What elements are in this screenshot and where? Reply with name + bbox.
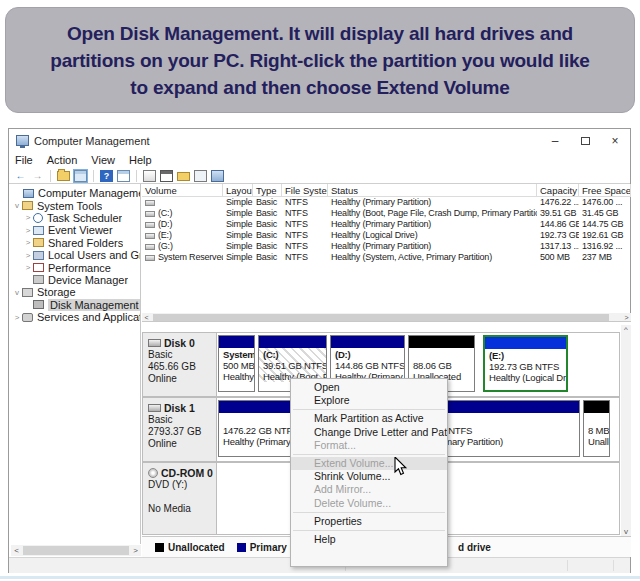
window-icon[interactable] — [117, 170, 130, 182]
partition-size: 144.86 GB NTFS — [335, 360, 404, 371]
tree-item-computer-management[interactable]: Computer Management (Local — [9, 187, 140, 199]
expander-icon[interactable]: > — [23, 226, 33, 235]
unallocated-bar — [584, 401, 609, 413]
scroll-down-icon[interactable]: v — [621, 527, 631, 536]
window-title: Computer Management — [34, 135, 150, 147]
menu-item-explore[interactable]: Explore — [291, 394, 447, 407]
partition-e[interactable]: (E:) 192.73 GB NTFS Healthy (Logical Dri… — [483, 335, 568, 392]
volume-row[interactable]: (G:) Simple Basic NTFS Healthy (Primary … — [142, 241, 631, 252]
volume-row[interactable]: Simple Basic NTFS Healthy (Primary Parti… — [142, 197, 631, 208]
volume-row[interactable]: (D:) Simple Basic NTFS Healthy (Primary … — [142, 219, 631, 230]
scroll-left-icon[interactable]: < — [142, 314, 151, 321]
volume-icon — [145, 244, 155, 250]
status-separator — [613, 560, 614, 571]
tree-item-task-scheduler[interactable]: > Task Scheduler — [9, 212, 140, 224]
mouse-cursor — [394, 457, 409, 481]
minimize-button[interactable]: – — [540, 129, 570, 152]
volume-row[interactable]: System Reserved Simple Basic NTFS Health… — [142, 252, 631, 263]
menu-view[interactable]: View — [91, 154, 115, 166]
disk0-label[interactable]: Disk 0 Basic 465.66 GB Online — [143, 333, 217, 396]
column-type[interactable]: Type — [253, 184, 282, 197]
expander-icon[interactable]: > — [23, 263, 33, 272]
volume-status: Healthy (Primary Partition) — [328, 219, 537, 230]
disk-status: Online — [148, 373, 216, 385]
menu-item-change-drive-letter[interactable]: Change Drive Letter and Paths... — [291, 426, 447, 439]
partition-name — [413, 349, 474, 360]
toolbar-separator — [136, 170, 137, 182]
show-console-tree-icon[interactable] — [74, 170, 87, 182]
column-free-space[interactable]: Free Space — [579, 184, 631, 197]
refresh-icon[interactable] — [143, 170, 156, 182]
cdrom-label[interactable]: CD-ROM 0 DVD (Y:) No Media — [143, 463, 217, 534]
menu-item-shrink-volume[interactable]: Shrink Volume... — [291, 470, 447, 483]
scroll-up-icon[interactable]: ^ — [621, 325, 631, 334]
menu-item-properties[interactable]: Properties — [291, 515, 447, 528]
find-icon[interactable] — [194, 170, 207, 182]
forward-icon[interactable]: → — [31, 170, 44, 182]
tree-item-performance[interactable]: > Performance — [9, 261, 140, 273]
menu-item-help[interactable]: Help — [291, 533, 447, 546]
disk-icon — [148, 339, 161, 347]
column-capacity[interactable]: Capacity — [537, 184, 579, 197]
scrollbar-thumb[interactable] — [23, 546, 129, 555]
expander-icon[interactable]: > — [23, 251, 33, 260]
volume-row[interactable]: (C:) Simple Basic NTFS Healthy (Boot, Pa… — [142, 208, 631, 219]
menu-action[interactable]: Action — [47, 154, 78, 166]
tree-horizontal-scrollbar[interactable]: < > — [11, 545, 141, 556]
expander-icon[interactable]: v — [12, 288, 22, 297]
partition-system-reserved[interactable]: System 500 MB NTFS Healthy — [218, 335, 255, 392]
up-one-level-icon[interactable] — [57, 171, 70, 181]
column-layout[interactable]: Layout — [223, 184, 253, 197]
menu-item-open[interactable]: Open — [291, 381, 447, 394]
scroll-right-icon[interactable]: > — [622, 314, 631, 321]
menu-item-mark-partition-as-active[interactable]: Mark Partition as Active — [291, 412, 447, 425]
menu-file[interactable]: File — [15, 154, 33, 166]
volume-capacity: 1476.22 ... — [537, 197, 579, 208]
disk1-label[interactable]: Disk 1 Basic 2793.37 GB Online — [143, 398, 217, 461]
volume-list: Volume Layout Type File System Status Ca… — [142, 184, 631, 263]
unallocated-space-8mb[interactable]: 8 MB Unallocated — [583, 400, 610, 457]
vertical-scrollbar[interactable]: ^ v — [621, 325, 631, 536]
tree-item-disk-management[interactable]: Disk Management — [9, 299, 140, 311]
expander-icon[interactable]: > — [23, 238, 33, 247]
volume-capacity: 39.51 GB — [537, 208, 579, 219]
tree-item-shared-folders[interactable]: > Shared Folders — [9, 237, 140, 249]
volume-status: Healthy (Primary Partition) — [328, 241, 537, 252]
help-icon[interactable]: ? — [100, 170, 113, 182]
volume-free: 31.45 GB — [579, 208, 631, 219]
computer-icon[interactable] — [211, 170, 224, 182]
tree-item-services-and-applications[interactable]: > Services and Applications — [9, 311, 140, 323]
disk-status: Online — [148, 438, 216, 450]
expander-icon[interactable]: > — [23, 213, 33, 222]
console-icon[interactable] — [160, 170, 173, 182]
volume-status: Healthy (System, Active, Primary Partiti… — [328, 252, 537, 263]
scroll-left-icon[interactable]: < — [11, 546, 22, 555]
tree-item-device-manager[interactable]: Device Manager — [9, 274, 140, 286]
tree-item-storage[interactable]: v Storage — [9, 286, 140, 298]
expander-icon[interactable]: v — [12, 201, 22, 210]
computer-management-window: Computer Management – × File Action View… — [8, 128, 631, 573]
tree-item-system-tools[interactable]: v System Tools — [9, 199, 140, 211]
column-file-system[interactable]: File System — [282, 184, 328, 197]
open-folder-icon[interactable] — [177, 172, 190, 181]
title-bar[interactable]: Computer Management – × — [9, 129, 630, 152]
scroll-right-icon[interactable]: > — [130, 546, 141, 555]
tree-item-local-users-and-groups[interactable]: > Local Users and Groups — [9, 249, 140, 261]
disk-name: Disk 0 — [164, 337, 195, 349]
tree-item-event-viewer[interactable]: > Event Viewer — [9, 224, 140, 236]
volume-status: Healthy (Primary Partition) — [328, 197, 537, 208]
menu-help[interactable]: Help — [129, 154, 152, 166]
column-volume[interactable]: Volume — [142, 184, 223, 197]
maximize-button[interactable] — [570, 129, 600, 152]
maximize-icon — [581, 137, 590, 145]
close-button[interactable]: × — [600, 129, 630, 152]
back-icon[interactable]: ← — [14, 170, 27, 182]
column-status[interactable]: Status — [328, 184, 537, 197]
expander-icon[interactable]: > — [12, 313, 22, 322]
menu-separator — [293, 530, 445, 531]
drive-status: No Media — [148, 503, 216, 515]
volume-row[interactable]: (E:) Simple Basic NTFS Healthy (Logical … — [142, 230, 631, 241]
volume-name: System Reserved — [158, 252, 223, 263]
volume-horizontal-scrollbar[interactable]: < > — [142, 313, 631, 322]
scrollbar-thumb[interactable] — [153, 314, 609, 321]
